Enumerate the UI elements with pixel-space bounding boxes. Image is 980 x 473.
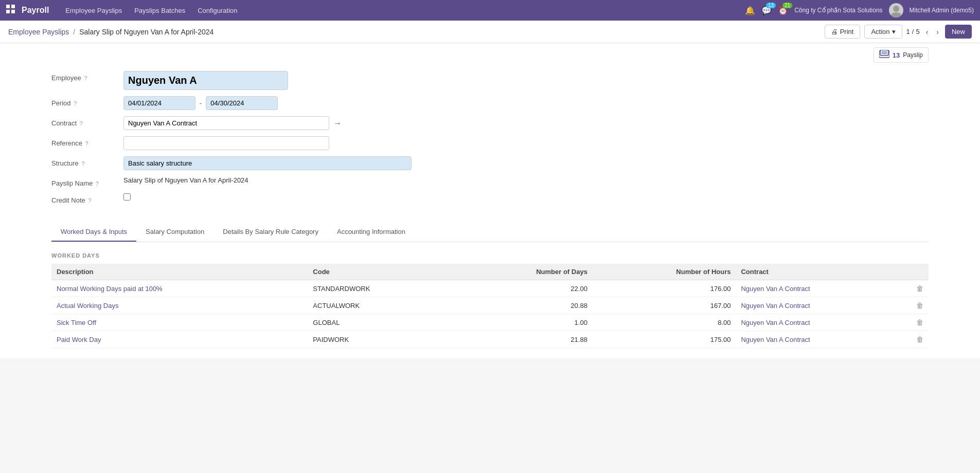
payslip-name-help[interactable]: ? [96,180,99,187]
contract-help[interactable]: ? [80,120,83,126]
svg-point-5 [891,12,901,17]
app-grid-icon[interactable]: ​ [6,5,15,16]
structure-help[interactable]: ? [81,160,84,167]
period-end-input[interactable] [206,96,278,110]
notification-icon[interactable]: 🔔 [745,6,755,15]
breadcrumb-bar: Employee Payslips / Salary Slip of Nguye… [0,21,980,43]
delete-icon[interactable]: 🗑 [916,335,923,343]
svg-rect-0 [6,5,10,8]
row-contract[interactable]: Nguyen Van A Contract [736,280,911,297]
payslip-icon [879,50,889,60]
row-contract[interactable]: Nguyen Van A Contract [736,297,911,314]
row-num-hours: 176.00 [593,280,736,297]
row-num-days: 1.00 [457,314,593,331]
print-button[interactable]: 🖨 Print [825,25,861,39]
worked-days-table: Description Code Number of Days Number o… [51,264,929,348]
employee-input[interactable] [123,71,288,90]
table-row: Paid Work Day PAIDWORK 21.88 175.00 Nguy… [51,331,929,348]
app-name[interactable]: Payroll [22,6,49,15]
structure-field: Structure ? [51,156,929,170]
employee-label: Employee ? [51,71,123,82]
pager-next-button[interactable]: › [934,27,941,37]
row-delete-cell: 🗑 [911,297,929,314]
table-row: Normal Working Days paid at 100% STANDAR… [51,280,929,297]
row-code: ACTUALWORK [308,297,456,314]
tab-details-salary-rule[interactable]: Details By Salary Rule Category [213,223,328,242]
new-button[interactable]: New [945,25,972,39]
breadcrumb-separator: / [73,28,75,36]
period-help[interactable]: ? [74,100,77,106]
employee-help[interactable]: ? [84,75,87,81]
delete-icon[interactable]: 🗑 [916,284,923,293]
payslip-name-value: Salary Slip of Nguyen Van A for April-20… [123,173,248,184]
row-num-hours: 175.00 [593,331,736,348]
row-num-days: 22.00 [457,280,593,297]
row-code: STANDARDWORK [308,280,456,297]
pager-prev-button[interactable]: ‹ [924,27,931,37]
clock-icon[interactable]: ⏰21 [778,6,788,15]
col-contract: Contract [736,264,911,280]
nav-configuration[interactable]: Configuration [193,5,241,16]
tab-worked-days[interactable]: Worked Days & Inputs [51,223,136,242]
row-num-hours: 167.00 [593,297,736,314]
reference-help[interactable]: ? [85,140,88,147]
contract-input-container: Nguyen Van A Contract → [123,116,432,130]
row-delete-cell: 🗑 [911,314,929,331]
row-contract[interactable]: Nguyen Van A Contract [736,314,911,331]
tab-salary-computation[interactable]: Salary Computation [136,223,213,242]
col-code: Code [308,264,456,280]
chevron-down-icon: ▾ [892,28,896,35]
structure-input[interactable] [123,156,412,170]
credit-note-checkbox[interactable] [123,193,131,201]
credit-note-help[interactable]: ? [88,197,91,204]
period-label: Period ? [51,96,123,107]
payslip-badge[interactable]: 13 Payslip [874,47,929,63]
delete-icon[interactable]: 🗑 [916,301,923,310]
structure-label: Structure ? [51,156,123,167]
reference-input[interactable] [123,136,329,150]
navbar: ​ Payroll Employee Payslips Payslips Bat… [0,0,980,21]
tab-accounting-information[interactable]: Accounting Information [328,223,415,242]
row-num-days: 21.88 [457,331,593,348]
nav-payslips-batches[interactable]: Payslips Batches [130,5,189,16]
avatar[interactable] [889,3,903,17]
row-description[interactable]: Actual Working Days [51,297,308,314]
table-row: Actual Working Days ACTUALWORK 20.88 167… [51,297,929,314]
period-start-input[interactable] [123,96,195,110]
payslip-badge-container: 13 Payslip [0,43,980,63]
clock-badge: 21 [782,3,792,8]
row-code: GLOBAL [308,314,456,331]
user-name[interactable]: Mitchell Admin (demo5) [910,7,974,14]
chat-icon[interactable]: 💬13 [761,6,772,15]
breadcrumb-parent[interactable]: Employee Payslips [8,28,69,36]
row-description[interactable]: Paid Work Day [51,331,308,348]
company-name: Công ty Cổ phần Sota Solutions [794,7,882,14]
row-code: PAIDWORK [308,331,456,348]
row-description[interactable]: Sick Time Off [51,314,308,331]
contract-field: Contract ? Nguyen Van A Contract → [51,116,929,130]
main-form: Employee ? Period ? - [0,63,980,358]
payslip-label: Payslip [903,51,923,59]
row-description[interactable]: Normal Working Days paid at 100% [51,280,308,297]
worked-days-section: WORKED DAYS Description Code Number of D… [51,242,929,348]
row-contract[interactable]: Nguyen Van A Contract [736,331,911,348]
period-field: Period ? - [51,96,929,110]
contract-label: Contract ? [51,116,123,127]
period-separator: - [200,99,202,107]
svg-point-4 [893,6,899,12]
credit-note-input-container [123,193,432,202]
delete-icon[interactable]: 🗑 [916,318,923,326]
contract-navigate-icon[interactable]: → [333,119,342,128]
row-delete-cell: 🗑 [911,280,929,297]
contract-select[interactable]: Nguyen Van A Contract [123,116,329,130]
reference-label: Reference ? [51,136,123,147]
credit-note-field: Credit Note ? [51,193,929,204]
row-delete-cell: 🗑 [911,331,929,348]
col-num-days: Number of Days [457,264,593,280]
nav-employee-payslips[interactable]: Employee Payslips [61,5,126,16]
worked-days-title: WORKED DAYS [51,252,929,259]
col-description: Description [51,264,308,280]
action-button[interactable]: Action ▾ [864,25,902,39]
col-actions [911,264,929,280]
row-num-hours: 8.00 [593,314,736,331]
